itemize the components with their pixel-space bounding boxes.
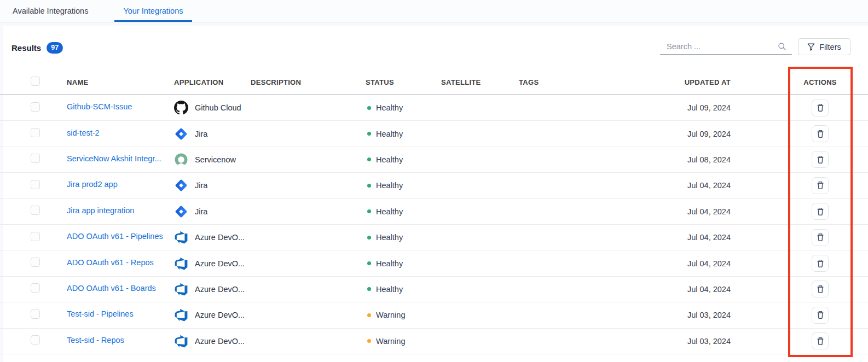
application-cell: Azure DevO... bbox=[174, 308, 251, 322]
updated-at-date: Jul 04, 2024 bbox=[687, 285, 731, 294]
integration-name-link[interactable]: ADO OAuth v61 - Pipelines bbox=[67, 232, 163, 241]
actions-cell bbox=[812, 177, 829, 194]
row-checkbox[interactable] bbox=[31, 310, 40, 319]
tab-available-integrations[interactable]: Available Integrations bbox=[13, 0, 88, 22]
delete-integration-button[interactable] bbox=[812, 125, 829, 142]
tab-bar: Available Integrations Your Integrations bbox=[0, 0, 868, 22]
results-summary: Results 97 bbox=[11, 41, 63, 54]
results-count-badge: 97 bbox=[47, 42, 63, 54]
row-checkbox-cell bbox=[0, 258, 67, 269]
status-cell: Healthy bbox=[366, 285, 441, 294]
row-checkbox[interactable] bbox=[31, 102, 40, 112]
integration-name-link[interactable]: Jira app integration bbox=[67, 206, 134, 215]
table-body: Github-SCM-IssueGithub CloudHealthyJul 0… bbox=[0, 95, 868, 354]
application-cell: Azure DevO... bbox=[174, 256, 251, 271]
application-cell: Jira bbox=[174, 178, 251, 192]
azure-devops-icon bbox=[174, 256, 188, 271]
status-dot bbox=[367, 106, 371, 110]
application-label: Azure DevO... bbox=[195, 233, 245, 242]
application-label: Azure DevO... bbox=[195, 337, 245, 346]
integration-name-link[interactable]: ServiceNow Akshit Integr... bbox=[67, 154, 161, 163]
table-row: sid-test-2JiraHealthyJul 09, 2024 bbox=[0, 121, 868, 147]
header-application[interactable]: APPLICATION bbox=[174, 78, 251, 86]
header-status[interactable]: STATUS bbox=[366, 78, 441, 86]
actions-cell bbox=[812, 125, 829, 142]
updated-at-date: Jul 04, 2024 bbox=[687, 207, 731, 216]
status-dot bbox=[367, 313, 371, 317]
table-header-row: NAME APPLICATION DESCRIPTION STATUS SATE… bbox=[0, 70, 868, 95]
integration-name-link[interactable]: Github-SCM-Issue bbox=[67, 102, 132, 111]
updated-at-cell: Jul 03, 2024 bbox=[687, 310, 772, 320]
trash-icon bbox=[816, 337, 825, 346]
integration-name-link[interactable]: ADO OAuth v61 - Repos bbox=[67, 258, 154, 267]
status-label: Healthy bbox=[376, 207, 403, 216]
delete-integration-button[interactable] bbox=[812, 229, 829, 246]
updated-at-date: Jul 04, 2024 bbox=[687, 233, 731, 242]
updated-at-date: Jul 09, 2024 bbox=[687, 103, 731, 112]
status-label: Healthy bbox=[376, 181, 403, 190]
row-checkbox[interactable] bbox=[31, 258, 40, 267]
updated-at-cell: Jul 04, 2024 bbox=[687, 259, 772, 268]
integration-name-link[interactable]: Test-sid - Pipelines bbox=[67, 310, 134, 318]
delete-integration-button[interactable] bbox=[812, 203, 829, 220]
application-cell: Azure DevO... bbox=[174, 334, 251, 348]
updated-at-date: Jul 03, 2024 bbox=[687, 311, 731, 319]
integration-name-link[interactable]: Test-sid - Repos bbox=[67, 336, 124, 345]
header-description[interactable]: DESCRIPTION bbox=[251, 78, 366, 86]
delete-integration-button[interactable] bbox=[812, 100, 829, 116]
jira-icon bbox=[174, 178, 188, 192]
header-name[interactable]: NAME bbox=[67, 78, 174, 86]
actions-cell bbox=[812, 229, 829, 246]
table-row: Jira prod2 appJiraHealthyJul 04, 2024 bbox=[0, 173, 868, 198]
status-label: Healthy bbox=[376, 103, 403, 112]
row-checkbox[interactable] bbox=[31, 232, 40, 241]
trash-icon bbox=[816, 285, 825, 294]
status-dot bbox=[367, 184, 371, 188]
actions-cell bbox=[812, 307, 829, 324]
status-label: Warning bbox=[376, 311, 405, 319]
delete-integration-button[interactable] bbox=[812, 177, 829, 194]
application-cell: Github Cloud bbox=[174, 101, 251, 115]
status-label: Warning bbox=[376, 337, 405, 346]
integration-name-link[interactable]: Jira prod2 app bbox=[67, 180, 118, 189]
delete-integration-button[interactable] bbox=[812, 151, 829, 168]
delete-integration-button[interactable] bbox=[812, 307, 829, 324]
application-cell: Jira bbox=[174, 127, 251, 141]
row-checkbox[interactable] bbox=[31, 154, 40, 163]
filters-label: Filters bbox=[819, 43, 841, 51]
table-row: Test-sid - ReposAzure DevO...WarningJul … bbox=[0, 329, 868, 354]
status-dot bbox=[367, 339, 371, 343]
header-tags[interactable]: TAGS bbox=[519, 78, 634, 86]
select-all-checkbox[interactable] bbox=[31, 77, 40, 86]
status-dot bbox=[367, 157, 371, 161]
header-updated-at[interactable]: UPDATED AT bbox=[685, 78, 772, 86]
tab-your-integrations[interactable]: Your Integrations bbox=[114, 0, 192, 22]
jira-icon bbox=[174, 205, 188, 219]
row-checkbox[interactable] bbox=[31, 283, 40, 293]
updated-at-cell: Jul 04, 2024 bbox=[687, 232, 772, 242]
row-checkbox[interactable] bbox=[31, 180, 40, 189]
application-cell: Azure DevO... bbox=[174, 282, 251, 296]
row-checkbox-cell bbox=[0, 128, 67, 139]
application-label: Azure DevO... bbox=[195, 259, 245, 268]
row-checkbox[interactable] bbox=[31, 335, 40, 345]
azure-devops-icon bbox=[174, 230, 188, 244]
integration-name-link[interactable]: ADO OAuth v61 - Boards bbox=[67, 284, 156, 293]
trash-icon bbox=[816, 181, 825, 190]
status-label: Healthy bbox=[376, 259, 403, 268]
row-checkbox[interactable] bbox=[31, 206, 40, 215]
servicenow-icon bbox=[174, 153, 188, 167]
status-dot bbox=[367, 209, 371, 213]
filters-button[interactable]: Filters bbox=[798, 38, 850, 55]
row-checkbox[interactable] bbox=[31, 128, 40, 137]
actions-cell bbox=[812, 255, 829, 272]
delete-integration-button[interactable] bbox=[812, 255, 829, 272]
trash-icon bbox=[816, 311, 825, 319]
delete-integration-button[interactable] bbox=[812, 332, 829, 349]
delete-integration-button[interactable] bbox=[812, 281, 829, 297]
trash-icon bbox=[816, 155, 825, 164]
search-input[interactable] bbox=[660, 42, 778, 51]
updated-at-cell: Jul 04, 2024 bbox=[687, 180, 772, 190]
integration-name-link[interactable]: sid-test-2 bbox=[67, 129, 100, 137]
header-satellite[interactable]: SATELLITE bbox=[441, 78, 519, 86]
